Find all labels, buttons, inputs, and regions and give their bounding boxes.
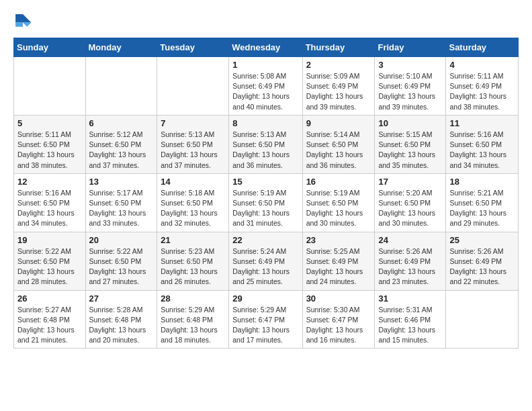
day-detail: Sunrise: 5:12 AM Sunset: 6:50 PM Dayligh…	[89, 130, 154, 171]
day-number: 10	[378, 118, 442, 128]
day-detail: Sunrise: 5:14 AM Sunset: 6:50 PM Dayligh…	[306, 130, 371, 171]
day-number: 14	[161, 177, 225, 187]
day-detail: Sunrise: 5:16 AM Sunset: 6:50 PM Dayligh…	[449, 130, 515, 171]
day-cell: 26Sunrise: 5:27 AM Sunset: 6:48 PM Dayli…	[14, 290, 86, 349]
day-cell: 3Sunrise: 5:10 AM Sunset: 6:49 PM Daylig…	[375, 57, 446, 116]
logo-icon	[13, 12, 32, 31]
weekday-header-friday: Friday	[375, 38, 446, 57]
day-cell: 10Sunrise: 5:15 AM Sunset: 6:50 PM Dayli…	[375, 115, 446, 173]
weekday-header-saturday: Saturday	[446, 38, 519, 57]
day-cell: 12Sunrise: 5:16 AM Sunset: 6:50 PM Dayli…	[14, 173, 86, 232]
weekday-header-wednesday: Wednesday	[229, 38, 302, 57]
day-cell: 29Sunrise: 5:29 AM Sunset: 6:47 PM Dayli…	[229, 290, 302, 349]
day-number: 6	[89, 118, 154, 128]
day-detail: Sunrise: 5:11 AM Sunset: 6:50 PM Dayligh…	[17, 130, 82, 171]
day-number: 24	[378, 235, 442, 245]
day-number: 28	[161, 293, 225, 304]
day-cell: 19Sunrise: 5:22 AM Sunset: 6:50 PM Dayli…	[14, 232, 86, 290]
day-number: 17	[378, 177, 442, 187]
week-row-4: 19Sunrise: 5:22 AM Sunset: 6:50 PM Dayli…	[14, 232, 519, 290]
day-detail: Sunrise: 5:18 AM Sunset: 6:50 PM Dayligh…	[161, 188, 225, 229]
svg-rect-2	[15, 14, 23, 22]
day-number: 1	[232, 60, 298, 70]
day-detail: Sunrise: 5:29 AM Sunset: 6:48 PM Dayligh…	[161, 305, 225, 346]
day-detail: Sunrise: 5:28 AM Sunset: 6:48 PM Dayligh…	[89, 305, 154, 346]
day-number: 9	[306, 118, 371, 128]
weekday-header-tuesday: Tuesday	[157, 38, 229, 57]
day-cell: 2Sunrise: 5:09 AM Sunset: 6:49 PM Daylig…	[302, 57, 375, 116]
logo	[13, 12, 35, 31]
weekday-header-sunday: Sunday	[14, 38, 86, 57]
day-number: 18	[449, 177, 515, 187]
day-cell: 1Sunrise: 5:08 AM Sunset: 6:49 PM Daylig…	[229, 57, 302, 116]
day-number: 27	[89, 293, 154, 304]
day-detail: Sunrise: 5:10 AM Sunset: 6:49 PM Dayligh…	[378, 71, 442, 112]
svg-marker-0	[23, 14, 31, 22]
day-number: 16	[306, 177, 371, 187]
day-number: 22	[232, 235, 298, 245]
day-cell: 14Sunrise: 5:18 AM Sunset: 6:50 PM Dayli…	[157, 173, 229, 232]
day-cell: 28Sunrise: 5:29 AM Sunset: 6:48 PM Dayli…	[157, 290, 229, 349]
day-cell: 24Sunrise: 5:26 AM Sunset: 6:49 PM Dayli…	[375, 232, 446, 290]
day-number: 7	[161, 118, 225, 128]
day-cell: 25Sunrise: 5:26 AM Sunset: 6:49 PM Dayli…	[446, 232, 519, 290]
day-number: 26	[17, 293, 82, 304]
day-detail: Sunrise: 5:27 AM Sunset: 6:48 PM Dayligh…	[17, 305, 82, 346]
svg-rect-3	[15, 23, 23, 27]
week-row-3: 12Sunrise: 5:16 AM Sunset: 6:50 PM Dayli…	[14, 173, 519, 232]
day-detail: Sunrise: 5:13 AM Sunset: 6:50 PM Dayligh…	[232, 130, 298, 171]
day-cell: 4Sunrise: 5:11 AM Sunset: 6:49 PM Daylig…	[446, 57, 519, 116]
day-number: 21	[161, 235, 225, 245]
day-detail: Sunrise: 5:13 AM Sunset: 6:50 PM Dayligh…	[161, 130, 225, 171]
day-detail: Sunrise: 5:19 AM Sunset: 6:50 PM Dayligh…	[306, 188, 371, 229]
day-cell: 18Sunrise: 5:21 AM Sunset: 6:50 PM Dayli…	[446, 173, 519, 232]
day-number: 31	[378, 293, 442, 304]
day-cell: 30Sunrise: 5:30 AM Sunset: 6:47 PM Dayli…	[302, 290, 375, 349]
day-detail: Sunrise: 5:23 AM Sunset: 6:50 PM Dayligh…	[161, 246, 225, 287]
day-cell	[446, 290, 519, 349]
day-number: 11	[449, 118, 515, 128]
day-detail: Sunrise: 5:15 AM Sunset: 6:50 PM Dayligh…	[378, 130, 442, 171]
day-cell: 13Sunrise: 5:17 AM Sunset: 6:50 PM Dayli…	[85, 173, 157, 232]
weekday-header-monday: Monday	[85, 38, 157, 57]
day-cell: 20Sunrise: 5:22 AM Sunset: 6:50 PM Dayli…	[85, 232, 157, 290]
day-detail: Sunrise: 5:19 AM Sunset: 6:50 PM Dayligh…	[232, 188, 298, 229]
svg-marker-1	[23, 23, 31, 27]
day-number: 5	[17, 118, 82, 128]
day-detail: Sunrise: 5:20 AM Sunset: 6:50 PM Dayligh…	[378, 188, 442, 229]
day-number: 4	[449, 60, 515, 70]
day-cell: 9Sunrise: 5:14 AM Sunset: 6:50 PM Daylig…	[302, 115, 375, 173]
day-cell: 22Sunrise: 5:24 AM Sunset: 6:49 PM Dayli…	[229, 232, 302, 290]
day-number: 30	[306, 293, 371, 304]
week-row-1: 1Sunrise: 5:08 AM Sunset: 6:49 PM Daylig…	[14, 57, 519, 116]
day-detail: Sunrise: 5:08 AM Sunset: 6:49 PM Dayligh…	[232, 71, 298, 112]
day-detail: Sunrise: 5:25 AM Sunset: 6:49 PM Dayligh…	[306, 246, 371, 287]
day-cell: 8Sunrise: 5:13 AM Sunset: 6:50 PM Daylig…	[229, 115, 302, 173]
day-number: 19	[17, 235, 82, 245]
day-detail: Sunrise: 5:21 AM Sunset: 6:50 PM Dayligh…	[449, 188, 515, 229]
week-row-2: 5Sunrise: 5:11 AM Sunset: 6:50 PM Daylig…	[14, 115, 519, 173]
day-detail: Sunrise: 5:22 AM Sunset: 6:50 PM Dayligh…	[89, 246, 154, 287]
week-row-5: 26Sunrise: 5:27 AM Sunset: 6:48 PM Dayli…	[14, 290, 519, 349]
day-detail: Sunrise: 5:31 AM Sunset: 6:46 PM Dayligh…	[378, 305, 442, 346]
day-detail: Sunrise: 5:26 AM Sunset: 6:49 PM Dayligh…	[449, 246, 515, 287]
day-number: 12	[17, 177, 82, 187]
day-number: 8	[232, 118, 298, 128]
day-cell: 27Sunrise: 5:28 AM Sunset: 6:48 PM Dayli…	[85, 290, 157, 349]
day-cell: 21Sunrise: 5:23 AM Sunset: 6:50 PM Dayli…	[157, 232, 229, 290]
day-detail: Sunrise: 5:29 AM Sunset: 6:47 PM Dayligh…	[232, 305, 298, 346]
day-cell: 23Sunrise: 5:25 AM Sunset: 6:49 PM Dayli…	[302, 232, 375, 290]
day-detail: Sunrise: 5:24 AM Sunset: 6:49 PM Dayligh…	[232, 246, 298, 287]
page: SundayMondayTuesdayWednesdayThursdayFrid…	[0, 0, 532, 361]
day-number: 25	[449, 235, 515, 245]
day-cell: 7Sunrise: 5:13 AM Sunset: 6:50 PM Daylig…	[157, 115, 229, 173]
day-cell: 6Sunrise: 5:12 AM Sunset: 6:50 PM Daylig…	[85, 115, 157, 173]
header-area	[13, 12, 519, 31]
day-cell: 31Sunrise: 5:31 AM Sunset: 6:46 PM Dayli…	[375, 290, 446, 349]
day-cell: 15Sunrise: 5:19 AM Sunset: 6:50 PM Dayli…	[229, 173, 302, 232]
day-detail: Sunrise: 5:17 AM Sunset: 6:50 PM Dayligh…	[89, 188, 154, 229]
day-cell: 11Sunrise: 5:16 AM Sunset: 6:50 PM Dayli…	[446, 115, 519, 173]
day-cell: 5Sunrise: 5:11 AM Sunset: 6:50 PM Daylig…	[14, 115, 86, 173]
day-cell	[157, 57, 229, 116]
day-number: 3	[378, 60, 442, 70]
